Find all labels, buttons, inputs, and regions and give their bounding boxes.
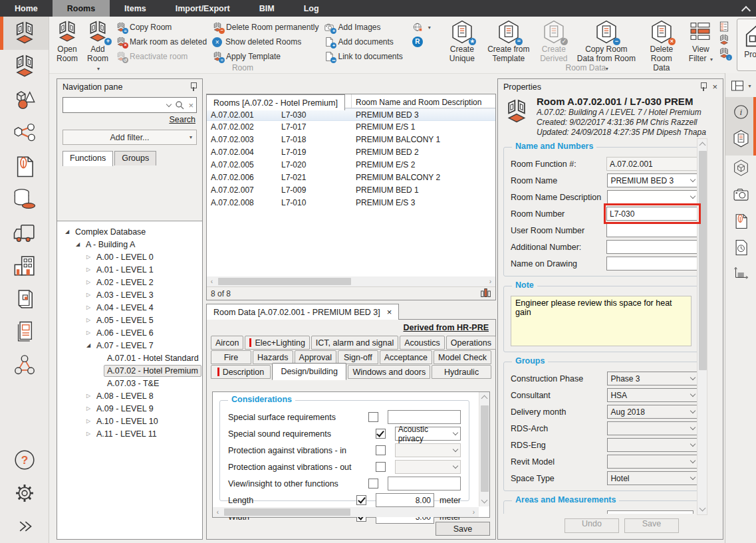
tree-expand-icon[interactable]: ▷	[84, 317, 93, 323]
search-icon[interactable]	[175, 100, 184, 110]
checkbox[interactable]	[368, 412, 378, 422]
dropdown-caret-icon[interactable]: ▾	[748, 83, 751, 89]
tree-item[interactable]: ▷A.06 - LEVEL 6	[57, 326, 202, 339]
tree-item[interactable]: ◢A - Building A	[57, 238, 202, 251]
sidebar-item-reports[interactable]	[0, 316, 49, 349]
sidebar-item-settings[interactable]	[0, 477, 49, 510]
scrollbar-thumb[interactable]	[224, 508, 350, 516]
additional-number-input[interactable]	[606, 240, 698, 254]
view-insight-input[interactable]	[388, 477, 461, 490]
room-data-sync-up-icon[interactable]	[718, 34, 730, 46]
tree-item[interactable]: ▷A.11 - LEVEL 11	[57, 427, 202, 440]
tree-item[interactable]: A.07.03 - T&E	[57, 377, 202, 389]
delivery-month-select[interactable]: Aug 2018	[607, 405, 698, 419]
room-name-description-select[interactable]	[607, 190, 698, 204]
tree-collapse-icon[interactable]: ◢	[63, 229, 72, 235]
sidebar-item-documents[interactable]	[0, 150, 49, 183]
pin-icon[interactable]	[699, 82, 707, 91]
tree-expand-icon[interactable]: ▷	[84, 279, 93, 285]
tree-collapse-icon[interactable]: ◢	[84, 342, 93, 348]
scroll-left-icon[interactable]: ‹	[213, 507, 223, 517]
tree-item[interactable]: A.07.01 - Hotel Standard	[57, 352, 202, 364]
search-link[interactable]: Search	[64, 115, 195, 124]
room-data-sync-down-icon[interactable]: ↓	[718, 47, 730, 59]
sidebar-item-rooms[interactable]	[0, 17, 49, 50]
room-name-select[interactable]: PREMIUM BED 3	[607, 173, 698, 187]
form-horizontal-scrollbar[interactable]: ‹ ›	[213, 507, 479, 517]
tree-item-selected[interactable]: A.07.02 - Hotel Premium	[57, 364, 202, 377]
scrollbar-thumb[interactable]	[481, 405, 489, 492]
menu-tab-log[interactable]: Log	[289, 0, 334, 17]
tree-expand-icon[interactable]: ▷	[84, 304, 93, 310]
link-to-documents-button[interactable]: ∞ Link to documents	[321, 50, 405, 63]
menu-tab-import-export[interactable]: Import/Export	[161, 0, 245, 17]
add-documents-button[interactable]: + Add documents	[321, 35, 405, 49]
scroll-up-icon[interactable]	[699, 142, 706, 149]
menu-tab-rooms[interactable]: Rooms	[53, 0, 110, 17]
tab-functions[interactable]: Functions	[63, 151, 113, 166]
tree-expand-icon[interactable]: ▷	[84, 254, 93, 260]
tree-expand-icon[interactable]: ▷	[84, 330, 93, 336]
menu-tab-bim[interactable]: BIM	[245, 0, 289, 17]
tab-fire[interactable]: Fire	[211, 350, 251, 364]
tree-expand-icon[interactable]: ▷	[84, 431, 93, 437]
tree-item[interactable]: ◢A.07 - LEVEL 7	[57, 339, 202, 352]
sidebar-item-finishes[interactable]	[0, 183, 49, 216]
tree-item[interactable]: ▷A.03 - LEVEL 3	[57, 288, 202, 301]
project-button[interactable]: Project	[737, 19, 756, 71]
sidebar-item-logistics[interactable]	[0, 216, 49, 249]
tree-expand-icon[interactable]: ▷	[84, 405, 93, 411]
close-icon[interactable]: ×	[387, 308, 392, 316]
table-row[interactable]: A.07.02.008L7-010PREMIUM E/S 3	[207, 197, 495, 209]
tree-expand-icon[interactable]: ▷	[84, 393, 93, 399]
table-row[interactable]: A.07.02.007L7-009PREMIUM BED 1	[207, 184, 495, 197]
room-data-tab[interactable]: Room Data [A.07.02.001 - PREMIUM BED 3] …	[206, 304, 399, 320]
tab-approval[interactable]: Approval	[295, 350, 336, 364]
menu-tab-home[interactable]: Home	[0, 0, 53, 17]
save-button[interactable]: Save	[436, 522, 490, 536]
checkbox-checked[interactable]	[356, 495, 366, 505]
scroll-up-icon[interactable]	[481, 395, 488, 402]
scroll-down-icon[interactable]	[481, 497, 488, 504]
tree-item[interactable]: ◢Complex Database	[57, 225, 202, 238]
revit-button[interactable]: R	[410, 35, 434, 49]
rooms-tab[interactable]: Rooms [A.07.02 - Hotel Premium]	[206, 94, 345, 110]
sidebar-item-network[interactable]	[0, 349, 49, 382]
construction-phase-select[interactable]: Phase 3	[607, 372, 698, 385]
checkbox[interactable]	[376, 462, 386, 472]
tab-hydraulic[interactable]: Hydraulic	[432, 365, 491, 379]
layout-icon[interactable]	[730, 78, 745, 93]
copy-room-button[interactable]: = Copy Room	[113, 21, 209, 34]
add-images-button[interactable]: + Add Images	[321, 21, 405, 34]
tab-acceptance[interactable]: Acceptance	[380, 350, 432, 364]
tab-measurements[interactable]	[732, 265, 750, 285]
scroll-left-icon[interactable]: ‹	[207, 276, 217, 286]
tab-bim-model[interactable]	[732, 159, 750, 179]
status-chart-icon[interactable]	[480, 287, 491, 300]
collapse-ribbon-icon[interactable]	[743, 5, 749, 12]
sidebar-item-buildings[interactable]	[0, 249, 49, 282]
search-dropdown-icon[interactable]	[166, 101, 172, 106]
revit-model-select[interactable]	[607, 455, 698, 469]
tab-elec-lighting[interactable]: Elec+Lighting	[245, 336, 309, 350]
properties-vertical-scrollbar[interactable]	[697, 138, 707, 515]
tab-windows-doors[interactable]: Windows and doors	[348, 365, 430, 379]
tab-images[interactable]	[732, 185, 750, 205]
tab-history[interactable]	[732, 239, 750, 259]
user-room-number-input[interactable]	[606, 223, 698, 237]
mark-room-deleted-button[interactable]: × Mark room as deleted	[113, 35, 209, 49]
form-vertical-scrollbar[interactable]	[479, 392, 489, 506]
tree-item[interactable]: ▷A.01 - LEVEL 1	[57, 263, 202, 276]
pin-icon[interactable]	[189, 82, 197, 91]
checkbox-checked[interactable]	[376, 429, 386, 439]
view-filter-button[interactable]: View Filter ▾	[684, 18, 718, 66]
tab-design-building[interactable]: Design/building	[272, 363, 347, 380]
room-data-report-icon[interactable]	[718, 21, 730, 33]
tab-operations[interactable]: Operations	[446, 336, 496, 350]
sidebar-item-item-relations[interactable]	[0, 116, 49, 150]
tree-item[interactable]: ▷A.00 - LEVEL 0	[57, 251, 202, 263]
checkbox[interactable]	[368, 479, 378, 489]
table-row[interactable]: A.07.02.004L7-019PREMIUM BED 2	[207, 146, 495, 159]
name-on-drawing-input[interactable]	[606, 257, 698, 271]
sidebar-expand[interactable]	[0, 510, 49, 543]
